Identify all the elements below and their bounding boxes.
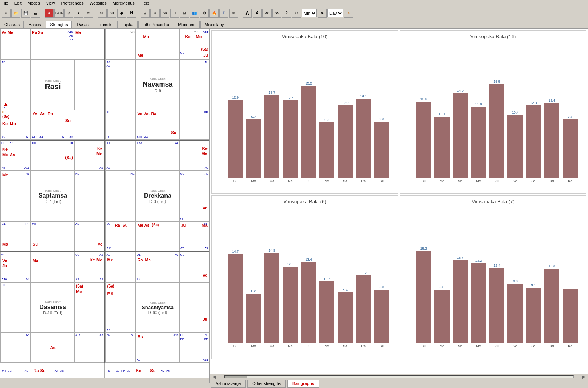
bar-chart-vimsopaka16: Vimsopaka Bala (16)12.6Su10.1Mo14.0Ma11.…	[400, 30, 586, 194]
saptamsa-chart: GL PP Ke Mo As A11 A5 BB (Sa) UL Ke Mo	[0, 140, 105, 252]
n-btn[interactable]: N	[127, 9, 136, 18]
sp-btn[interactable]: SP	[98, 9, 107, 18]
help-btn[interactable]: ?	[282, 9, 291, 18]
bar-wrapper-Ke: 9.3Ke	[374, 117, 389, 183]
scroll-thumb[interactable]	[225, 376, 247, 378]
bar-label-Ju: Ju	[307, 179, 310, 183]
menu-edit[interactable]: Edit	[14, 1, 22, 5]
font-a-large[interactable]: A	[243, 9, 252, 18]
bar-wrapper-Ke: 8.8Ke	[374, 285, 389, 348]
sb-btn[interactable]: SB	[160, 9, 169, 18]
menu-preferences[interactable]: Preferences	[61, 1, 83, 5]
font-a-small[interactable]: A	[253, 9, 262, 18]
planet-mo-sap-tr: Mo	[96, 151, 102, 156]
min-select[interactable]: Min	[302, 9, 317, 17]
face-btn[interactable]: ☺	[292, 9, 301, 18]
planet-ke-sap-tr: Ke	[97, 146, 102, 151]
label-ul-das: UL	[75, 253, 79, 257]
label-a5-das-b: A5	[60, 369, 64, 373]
label-a7-sap: A7	[26, 172, 29, 175]
planet-me: Me	[8, 30, 13, 35]
menu-moremenus[interactable]: MoreMenus	[113, 1, 135, 5]
bar-value-Sa: 12.0	[342, 101, 349, 105]
label-a3: A3	[69, 38, 73, 41]
data-btn[interactable]: DATA	[54, 9, 64, 18]
tab-bar-graphs[interactable]: Bar graphs	[287, 380, 319, 383]
label-a2-das: A2	[75, 278, 79, 281]
flame-btn[interactable]: 🔥	[209, 9, 219, 18]
bar-wrapper-Me: 12.6Me	[283, 262, 298, 348]
bar-Sa	[526, 288, 541, 343]
menu-file[interactable]: File	[2, 1, 8, 5]
das-top: Ma	[31, 252, 75, 282]
bar-value-Ju: 15.5	[493, 80, 500, 83]
nav-gk: Gk	[130, 30, 134, 34]
bar-label-Sa: Sa	[343, 344, 347, 348]
chart-btn1[interactable]: ✦	[45, 9, 54, 18]
sun-btn[interactable]: ☀	[344, 9, 353, 18]
menu-help[interactable]: Help	[141, 1, 149, 5]
gear-btn[interactable]: ⚙	[200, 9, 209, 18]
bar-label-Sa: Sa	[531, 179, 535, 183]
grid-btn[interactable]: ⊞	[141, 9, 150, 18]
fb-btn[interactable]: f	[219, 9, 228, 18]
open-btn[interactable]: 📂	[11, 9, 20, 18]
tab-strengths[interactable]: Strengths	[46, 21, 72, 28]
bar-value-Ve: 10.4	[512, 111, 519, 114]
nav-tl: Gk	[105, 29, 136, 59]
planet-ju-das: Ju	[2, 264, 7, 268]
bar-wrapper-Su: 12.6Su	[416, 97, 431, 183]
tab-tithi[interactable]: Tithi Pravesha	[138, 21, 173, 28]
drekkana-chart: BB A2 A10 A8 Ke Mo A9 HL Natal	[105, 140, 210, 252]
day-select[interactable]: Day	[327, 9, 343, 17]
new-btn[interactable]: 🗎	[2, 9, 11, 18]
tab-other-strengths[interactable]: Other strengths	[247, 380, 286, 383]
scrollbar[interactable]: ◄ ►	[210, 374, 588, 379]
prev-btn[interactable]: ≪	[262, 9, 272, 18]
astro-btn[interactable]: ★	[74, 9, 83, 18]
table-btn[interactable]: ⊟	[180, 9, 189, 18]
tab-transits[interactable]: Transits	[94, 21, 117, 28]
people-btn[interactable]: 👥	[190, 9, 199, 18]
tab-chakras[interactable]: Chakras	[0, 21, 24, 28]
bar-Ke	[563, 289, 578, 343]
spin-btn[interactable]: ⟳	[84, 9, 93, 18]
menu-view[interactable]: View	[46, 1, 55, 5]
planet-ve-nav-bc: Ve	[138, 111, 143, 116]
label-a8-das: A8	[99, 253, 103, 257]
menu-modes[interactable]: Modes	[28, 1, 40, 5]
calc-btn[interactable]: ⚙	[64, 9, 73, 18]
bar-wrapper-Sa: 12.0Sa	[338, 101, 353, 183]
planet-ju-nav: Ju	[203, 53, 208, 57]
arrow-btn[interactable]: ➤	[318, 9, 327, 18]
tab-miscellany[interactable]: Miscellany	[200, 21, 228, 28]
rasi-tl: Ve Me	[0, 29, 31, 59]
next-btn[interactable]: ≫	[272, 9, 281, 18]
menu-websites[interactable]: Websites	[90, 1, 107, 5]
planet-ma-shas: Ma	[145, 258, 151, 262]
bar-wrapper-Sa: 8.4Sa	[338, 288, 353, 348]
scroll-track[interactable]	[224, 375, 574, 378]
label-a3-shas: A3	[137, 358, 141, 362]
bar-wrapper-Sa: 12.0Sa	[526, 101, 541, 183]
tab-dasas[interactable]: Dasas	[73, 21, 93, 28]
label-pp-shasb: PP	[121, 369, 125, 373]
diamond-btn[interactable]: ◆	[117, 9, 126, 18]
planet-su-shasb: Su	[150, 368, 155, 373]
label-sl-nav: SL	[107, 111, 110, 114]
label-ul-drek: UL	[107, 222, 110, 226]
print-btn[interactable]: 🖨	[31, 9, 40, 18]
save-btn[interactable]: 💾	[21, 9, 30, 18]
drek-natal-label: Natal Chart	[150, 189, 165, 192]
edit-btn[interactable]: ✏	[229, 9, 238, 18]
label-a8-bc: A8	[62, 135, 65, 139]
kh-btn[interactable]: KH	[107, 9, 116, 18]
bar-value-Sa: 9.1	[531, 283, 536, 287]
tab-basics[interactable]: Basics	[25, 21, 45, 28]
asterisk-btn[interactable]: ✳	[150, 9, 160, 18]
square-btn[interactable]: □	[170, 9, 179, 18]
bar-chart-vimsopaka10: Vimsopaka Bala (10)12.9Su9.7Mo13.7Ma12.8…	[211, 30, 398, 194]
tab-mundane[interactable]: Mundane	[174, 21, 200, 28]
tab-tajaka[interactable]: Tajaka	[117, 21, 138, 28]
tab-ashtakavarga[interactable]: Ashtakavarga	[211, 380, 246, 383]
